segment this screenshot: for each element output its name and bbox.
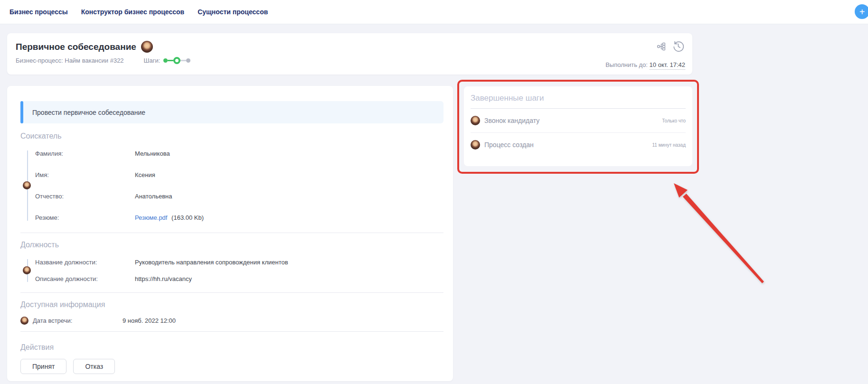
field-label: Резюме: <box>35 213 135 223</box>
position-field-group: Название должности: Руководитель направл… <box>20 257 443 284</box>
annotation-highlight-box: Завершенные шаги Звонок кандидату Только… <box>457 80 699 174</box>
add-button[interactable]: + <box>855 4 868 19</box>
step-done-dot <box>163 58 168 63</box>
completed-steps-card: Завершенные шаги Звонок кандидату Только… <box>464 86 692 166</box>
avatar <box>471 116 480 125</box>
due-label: Выполнить до: <box>605 61 648 68</box>
resume-file-link[interactable]: Резюме.pdf <box>135 214 167 221</box>
field-value: Мельникова <box>135 149 170 159</box>
hierarchy-icon[interactable] <box>657 42 666 51</box>
page-title: Первичное собеседование <box>16 42 136 52</box>
plus-icon: + <box>859 7 865 17</box>
field-label: Название должности: <box>35 257 135 267</box>
avatar <box>20 317 28 325</box>
step-current-ring <box>173 57 180 64</box>
completed-steps-title: Завершенные шаги <box>471 94 686 103</box>
field-value: Ксения <box>135 170 155 180</box>
field-row-meeting-date: Дата встречи: 9 нояб. 2022 12:00 <box>20 317 443 325</box>
divider <box>20 233 443 233</box>
field-value: Анатольевна <box>135 191 172 201</box>
nav-item-process-constructor[interactable]: Конструктор бизнес процессов <box>81 8 184 16</box>
avatar <box>471 140 480 150</box>
section-title-applicant: Соискатель <box>20 132 443 140</box>
step-connector <box>168 60 173 61</box>
divider <box>20 292 443 293</box>
step-connector <box>180 60 186 61</box>
process-header-card: Первичное собеседование Бизнес-процесс: … <box>7 33 692 75</box>
step-timestamp: Только что <box>662 118 686 123</box>
section-title-available-info: Доступная информация <box>20 300 443 309</box>
task-detail-card: Провести первичное собеседование Соискат… <box>7 86 453 381</box>
annotation-arrow <box>665 178 774 290</box>
field-row-middlename: Отчество: Анатольевна <box>35 191 443 201</box>
steps-label: Шаги: <box>144 57 160 64</box>
applicant-field-group: Фамилия: Мельникова Имя: Ксения Отчество… <box>20 149 443 223</box>
field-label: Имя: <box>35 170 135 180</box>
completed-step-row: Звонок кандидату Только что <box>471 109 686 132</box>
step-pending-dot <box>186 58 190 63</box>
task-accent-bar <box>20 101 23 123</box>
field-row-position-name: Название должности: Руководитель направл… <box>35 257 443 267</box>
field-label: Описание должности: <box>35 274 135 284</box>
field-label: Отчество: <box>35 191 135 201</box>
process-reference: Бизнес-процесс: Найм вакансии #322 <box>16 57 124 64</box>
accept-button[interactable]: Принят <box>20 359 66 374</box>
section-title-position: Должность <box>20 241 443 249</box>
current-task-banner: Провести первичное собеседование <box>20 101 443 123</box>
step-label: Звонок кандидату <box>484 117 539 124</box>
field-label: Фамилия: <box>35 149 135 159</box>
divider <box>20 331 443 332</box>
field-label: Дата встречи: <box>33 317 123 324</box>
nav-item-business-processes[interactable]: Бизнес процессы <box>9 8 68 16</box>
step-label: Процесс создан <box>484 141 534 149</box>
step-timestamp: 11 минут назад <box>652 142 686 148</box>
field-value: 9 нояб. 2022 12:00 <box>123 317 176 324</box>
task-title: Провести первичное собеседование <box>32 109 145 116</box>
field-row-lastname: Фамилия: Мельникова <box>35 149 443 159</box>
nav-item-process-entities[interactable]: Сущности процессов <box>198 8 268 16</box>
field-value: https://hh.ru/vacancy <box>135 274 192 284</box>
resume-file-size: (163.00 Kb) <box>171 214 204 221</box>
assignee-avatar <box>141 41 153 53</box>
field-value: Руководитель направления сопровождения к… <box>135 257 288 267</box>
avatar <box>23 181 31 189</box>
due-date-value[interactable]: 10 окт. 17:42 <box>650 61 685 70</box>
field-row-firstname: Имя: Ксения <box>35 170 443 180</box>
reject-button[interactable]: Отказ <box>73 359 115 374</box>
completed-step-row: Процесс создан 11 минут назад <box>471 133 686 157</box>
field-row-resume: Резюме: Резюме.pdf (163.00 Kb) <box>35 213 443 223</box>
avatar <box>23 266 31 274</box>
field-row-position-description: Описание должности: https://hh.ru/vacanc… <box>35 274 443 284</box>
steps-progress-indicator: Шаги: <box>144 57 191 64</box>
section-title-actions: Действия <box>20 343 443 352</box>
history-icon[interactable] <box>672 40 685 53</box>
top-navigation: Бизнес процессы Конструктор бизнес проце… <box>0 0 868 24</box>
